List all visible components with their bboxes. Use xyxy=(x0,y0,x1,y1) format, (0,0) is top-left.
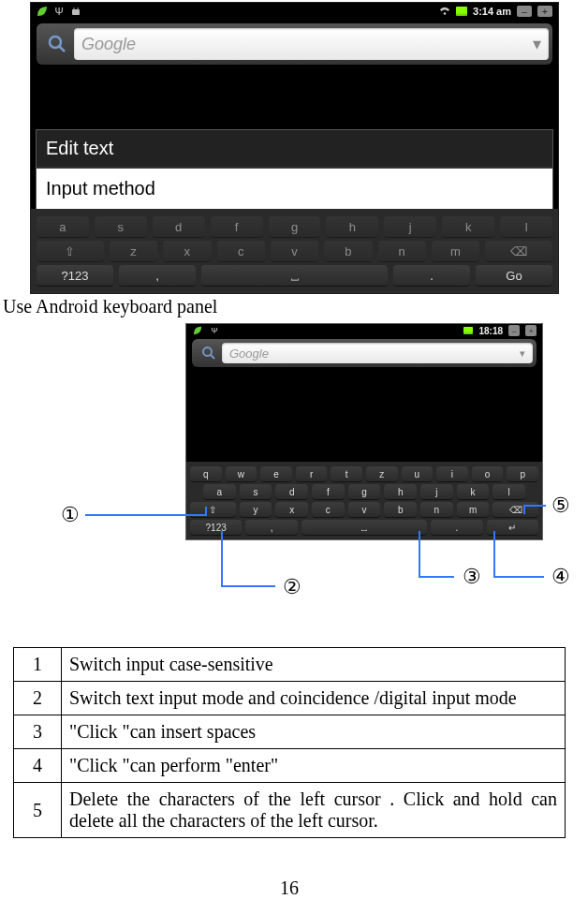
key-l[interactable]: l xyxy=(500,216,552,237)
key-d[interactable]: d xyxy=(275,484,308,499)
key-h[interactable]: h xyxy=(326,216,378,237)
key-b[interactable]: b xyxy=(384,502,417,517)
key-go[interactable]: Go xyxy=(476,265,552,286)
key-m[interactable]: m xyxy=(432,241,479,261)
callout-line xyxy=(221,531,223,585)
svg-line-7 xyxy=(211,355,215,360)
svg-point-1 xyxy=(73,7,75,9)
vol-up-icon: + xyxy=(537,6,552,17)
status-bar: Ψ 3:14 am – + xyxy=(31,3,558,20)
key-space[interactable]: ⎵ xyxy=(301,520,427,535)
key-space[interactable]: ⎵ xyxy=(201,265,388,286)
svg-rect-0 xyxy=(72,9,80,15)
key-y[interactable]: y xyxy=(240,502,272,517)
search-input-2[interactable]: Google▾ xyxy=(222,343,533,363)
key-backspace[interactable]: ⌫ xyxy=(485,241,552,261)
search-icon[interactable] xyxy=(44,31,70,57)
svg-line-5 xyxy=(59,46,65,52)
key-s[interactable]: s xyxy=(95,216,147,237)
key-a[interactable]: a xyxy=(37,216,89,237)
key-n[interactable]: n xyxy=(378,241,426,261)
key-o[interactable]: o xyxy=(472,466,504,481)
key-d[interactable]: d xyxy=(153,216,205,237)
key-shift[interactable]: ⇧ xyxy=(37,241,104,261)
callout-line xyxy=(493,576,544,578)
callout-2: ② xyxy=(283,575,301,599)
key-p[interactable]: p xyxy=(507,466,538,481)
dialog-title: Edit text xyxy=(37,130,552,169)
annotated-keyboard-figure: Ψ 18:18 – + Google▾ q w e r xyxy=(8,323,570,613)
key-sym[interactable]: ?123 xyxy=(37,265,113,286)
key-n[interactable]: n xyxy=(420,502,453,517)
key-c[interactable]: c xyxy=(312,502,345,517)
wifi-icon xyxy=(439,6,450,17)
search-bar-2[interactable]: Google▾ xyxy=(192,339,537,367)
leaf-icon xyxy=(37,6,48,17)
key-f[interactable]: f xyxy=(211,216,263,237)
search-icon[interactable] xyxy=(199,344,218,362)
key-g[interactable]: g xyxy=(348,484,381,499)
key-c[interactable]: c xyxy=(217,241,265,261)
callout-line xyxy=(221,585,275,587)
clock-2: 18:18 xyxy=(478,326,503,336)
key-u[interactable]: u xyxy=(402,466,434,481)
key-x[interactable]: x xyxy=(163,241,211,261)
description-table: 1Switch input case-sensitive 2Switch tex… xyxy=(13,647,566,838)
key-t[interactable]: t xyxy=(331,466,362,481)
callout-line xyxy=(493,531,495,578)
callout-line xyxy=(85,514,205,516)
key-s[interactable]: s xyxy=(240,484,272,499)
key-sym[interactable]: ?123 xyxy=(190,520,242,535)
status-bar-2: Ψ 18:18 – + xyxy=(186,324,542,337)
key-w[interactable]: w xyxy=(226,466,257,481)
key-l[interactable]: l xyxy=(492,484,525,499)
key-g[interactable]: g xyxy=(269,216,321,237)
key-e[interactable]: e xyxy=(260,466,292,481)
vol-down-icon: – xyxy=(517,6,532,17)
battery-icon xyxy=(463,327,473,334)
caption: Use Android keyboard panel xyxy=(3,296,579,317)
key-h[interactable]: h xyxy=(384,484,417,499)
key-f[interactable]: f xyxy=(312,484,345,499)
dialog-item-input-method[interactable]: Input method xyxy=(37,169,552,209)
table-row: 4"Click "can perform "enter" xyxy=(14,749,566,783)
key-j[interactable]: j xyxy=(420,484,453,499)
screenshot-keyboard: Ψ 18:18 – + Google▾ q w e r xyxy=(185,323,543,540)
key-k[interactable]: k xyxy=(457,484,490,499)
key-z[interactable]: z xyxy=(366,466,398,481)
key-k[interactable]: k xyxy=(442,216,494,237)
callout-1: ① xyxy=(61,503,80,527)
clock: 3:14 am xyxy=(473,6,511,17)
callout-5: ⑤ xyxy=(551,494,570,518)
android-icon xyxy=(70,6,81,17)
key-period[interactable]: . xyxy=(431,520,482,535)
key-b[interactable]: b xyxy=(324,241,372,261)
usb-icon: Ψ xyxy=(53,6,65,17)
vol-up-icon: + xyxy=(525,325,537,336)
key-m[interactable]: m xyxy=(457,502,490,517)
key-r[interactable]: r xyxy=(296,466,328,481)
table-row: 1Switch input case-sensitive xyxy=(14,648,566,682)
key-q[interactable]: q xyxy=(190,466,222,481)
search-bar[interactable]: Google▾ xyxy=(37,23,552,65)
search-input[interactable]: Google▾ xyxy=(74,28,549,60)
key-comma[interactable]: , xyxy=(119,265,196,286)
key-v[interactable]: v xyxy=(271,241,318,261)
key-z[interactable]: z xyxy=(110,241,157,261)
context-dialog: Edit text Input method xyxy=(37,130,552,209)
keyboard: a s d f g h j k l ⇧ z x c v b n m ⌫ xyxy=(31,209,558,293)
svg-point-3 xyxy=(444,12,447,15)
leaf-icon xyxy=(192,325,203,336)
callout-line xyxy=(523,505,546,507)
key-v[interactable]: v xyxy=(348,502,381,517)
usb-icon: Ψ xyxy=(209,325,220,336)
table-row: 2Switch text input mode and coincidence … xyxy=(14,682,566,715)
key-j[interactable]: j xyxy=(384,216,436,237)
key-x[interactable]: x xyxy=(275,502,308,517)
key-period[interactable]: . xyxy=(393,265,470,286)
key-i[interactable]: i xyxy=(436,466,468,481)
key-comma[interactable]: , xyxy=(245,520,297,535)
battery-icon xyxy=(456,7,467,16)
key-a[interactable]: a xyxy=(203,484,236,499)
callout-line xyxy=(419,531,420,578)
